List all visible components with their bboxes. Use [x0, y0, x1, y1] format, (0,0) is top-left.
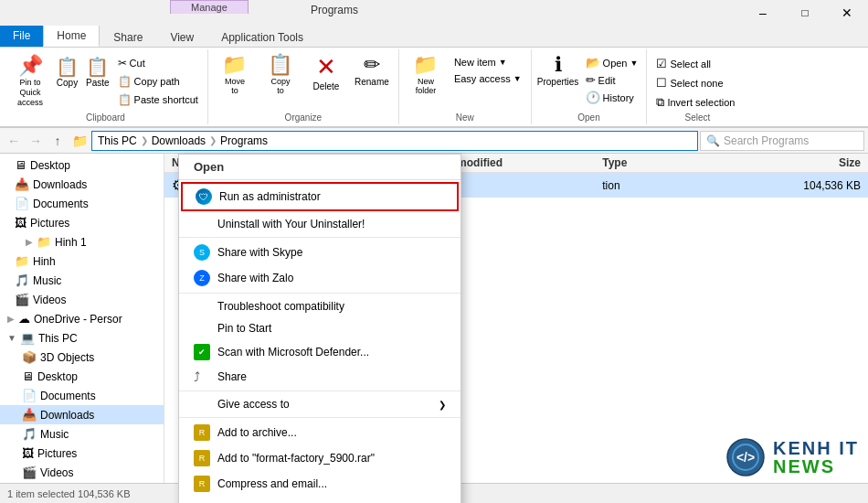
nav-item-downloads-2[interactable]: 📥 Downloads	[0, 405, 164, 424]
new-folder-label: Newfolder	[416, 77, 437, 95]
copy-to-button[interactable]: 📋 Copyto	[259, 51, 302, 97]
nav-item-desktop-1[interactable]: 🖥 Desktop	[0, 155, 164, 175]
ctx-run-as-admin[interactable]: 🛡 Run as administrator	[181, 182, 459, 211]
breadcrumb-downloads[interactable]: Downloads	[152, 134, 206, 147]
file-size-cell: 104,536 KB	[775, 179, 861, 192]
nav-item-downloads-1[interactable]: 📥 Downloads	[0, 175, 164, 194]
organize-group-label: Organize	[214, 112, 393, 123]
desktop-icon-2: 🖥	[22, 369, 34, 383]
nav-pane: 🖥 Desktop 📥 Downloads 📄 Documents 🖼 Pict…	[0, 154, 164, 483]
nav-item-hinh1[interactable]: ▶ 📁 Hinh 1	[0, 232, 164, 252]
ctx-uninstall[interactable]: Uninstall with Your Uninstaller!	[179, 213, 460, 235]
context-menu-header: Open	[179, 155, 460, 180]
new-folder-button[interactable]: 📁 Newfolder	[405, 51, 447, 97]
winrar-icon-3: R	[194, 476, 210, 492]
nav-item-music-2[interactable]: 🎵 Music	[0, 424, 164, 444]
maximize-button[interactable]: □	[784, 0, 826, 26]
ctx-add-specific-rar[interactable]: R Add to "format-factory_5900.rar"	[179, 445, 460, 471]
ctx-share-zalo[interactable]: Z Share with Zalo	[179, 265, 460, 291]
open-group-label: Open	[537, 112, 641, 123]
edit-button[interactable]: ✏ Edit	[583, 72, 641, 88]
ctx-share[interactable]: ⤴ Share	[179, 365, 460, 389]
col-size-header[interactable]: Size	[775, 156, 861, 169]
tab-share[interactable]: Share	[100, 27, 156, 47]
watermark-text-block: KENH IT NEWS	[773, 439, 859, 476]
minimize-button[interactable]: –	[742, 0, 784, 26]
music-icon-1: 🎵	[15, 273, 29, 287]
ctx-defender[interactable]: ✔ Scan with Microsoft Defender...	[179, 339, 460, 365]
nav-item-videos-2[interactable]: 🎬 Videos	[0, 463, 164, 482]
hinh1-icon: 📁	[37, 235, 51, 249]
pictures-icon-2: 🖼	[22, 446, 34, 460]
paste-shortcut-icon: 📋	[118, 93, 132, 106]
nav-item-onedrive[interactable]: ▶ ☁ OneDrive - Persor	[0, 309, 164, 328]
tab-app-tools[interactable]: Application Tools	[207, 27, 317, 47]
expand-arrow-3: ▼	[7, 333, 16, 343]
nav-item-thispc[interactable]: ▼ 💻 This PC	[0, 328, 164, 348]
ribbon-open-group: ℹ Properties 📂 Open ▼ ✏ Edit 🕐	[532, 49, 648, 124]
nav-item-pictures-2[interactable]: 🖼 Pictures	[0, 444, 164, 463]
breadcrumb-this-pc[interactable]: This PC	[98, 134, 137, 147]
copy-path-button[interactable]: 📋 Copy path	[114, 73, 202, 90]
tab-view[interactable]: View	[156, 27, 207, 47]
nav-item-pictures-1[interactable]: 🖼 Pictures	[0, 213, 164, 232]
skype-icon: S	[194, 244, 210, 261]
history-button[interactable]: 🕐 History	[583, 90, 641, 105]
rename-label: Rename	[355, 77, 389, 87]
address-bar: ← → ↑ 📁 This PC ❯ Downloads ❯ Programs 🔍…	[0, 128, 868, 154]
copy-path-icon: 📋	[118, 75, 132, 88]
nav-item-hinh[interactable]: 📁 Hinh	[0, 252, 164, 271]
cut-button[interactable]: ✂ Cut	[114, 55, 202, 71]
move-to-button[interactable]: 📁 Moveto	[214, 51, 256, 97]
nav-item-documents-2[interactable]: 📄 Documents	[0, 386, 164, 405]
downloads-icon-2: 📥	[22, 408, 37, 422]
col-type-header[interactable]: Type	[602, 156, 775, 169]
paste-button[interactable]: 📋 Paste	[83, 53, 112, 91]
desktop-icon-1: 🖥	[15, 158, 26, 172]
close-button[interactable]: ✕	[826, 0, 868, 26]
nav-item-desktop-2[interactable]: 🖥 Desktop	[0, 367, 164, 386]
delete-button[interactable]: ✕ Delete	[305, 51, 347, 93]
properties-button[interactable]: ℹ Properties	[537, 51, 579, 89]
ctx-troubleshoot[interactable]: Troubleshoot compatibility	[179, 295, 460, 317]
tab-file[interactable]: File	[0, 25, 43, 47]
watermark-text-kenh: KENH IT	[773, 439, 859, 457]
nav-item-videos-1[interactable]: 🎬 Videos	[0, 290, 164, 309]
watermark-logo: </>	[725, 437, 766, 477]
nav-item-documents-1[interactable]: 📄 Documents	[0, 194, 164, 213]
ctx-run-as-admin-label: Run as administrator	[219, 190, 321, 203]
invert-selection-button[interactable]: ⧉ Invert selection	[652, 93, 742, 112]
watermark: </> KENH IT NEWS	[725, 437, 859, 477]
up-button[interactable]: ↑	[48, 131, 68, 151]
breadcrumb-programs[interactable]: Programs	[220, 134, 268, 147]
nav-item-3dobjects[interactable]: 📦 3D Objects	[0, 348, 164, 367]
videos-icon-2: 🎬	[22, 466, 37, 479]
pin-icon: 📌	[18, 54, 43, 78]
open-button[interactable]: 📂 Open ▼	[583, 55, 641, 70]
nav-item-music-1[interactable]: 🎵 Music	[0, 271, 164, 290]
back-button[interactable]: ←	[4, 131, 24, 151]
ctx-compress-email[interactable]: R Compress and email...	[179, 471, 460, 497]
forward-button[interactable]: →	[26, 131, 46, 151]
rename-button[interactable]: ✏ Rename	[351, 51, 393, 89]
ctx-compress-specific-email[interactable]: R Compress to "format-factory_5900.rar" …	[179, 497, 460, 503]
paste-shortcut-button[interactable]: 📋 Paste shortcut	[114, 91, 202, 108]
ctx-pin-start[interactable]: Pin to Start	[179, 317, 460, 339]
ctx-give-access[interactable]: Give access to ❯	[179, 393, 460, 415]
copy-button[interactable]: 📋 Copy	[53, 53, 81, 91]
select-none-button[interactable]: ☐ Select none	[652, 74, 742, 91]
select-all-button[interactable]: ☑ Select all	[652, 55, 742, 72]
give-access-arrow: ❯	[439, 400, 446, 410]
winrar-icon-1: R	[194, 424, 210, 441]
open-icon: 📂	[586, 56, 600, 70]
3dobjects-icon: 📦	[22, 350, 37, 364]
breadcrumb-bar[interactable]: This PC ❯ Downloads ❯ Programs	[91, 131, 698, 151]
pin-to-quick-access-button[interactable]: 📌 Pin to Quickaccess	[9, 51, 51, 111]
ctx-share-skype[interactable]: S Share with Skype	[179, 240, 460, 265]
search-bar[interactable]: 🔍 Search Programs	[700, 131, 864, 151]
watermark-text-news: NEWS	[773, 457, 859, 476]
easy-access-button[interactable]: Easy access ▼	[450, 71, 525, 86]
ctx-add-archive[interactable]: R Add to archive...	[179, 420, 460, 445]
tab-home[interactable]: Home	[43, 25, 100, 47]
new-item-button[interactable]: New item ▼	[450, 55, 525, 70]
